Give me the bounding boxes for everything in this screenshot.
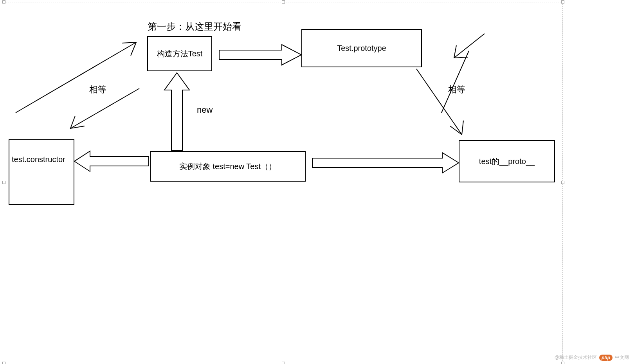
box-instance-constructor: test.constructor — [9, 139, 74, 205]
edge-label-new: new — [197, 105, 213, 115]
box-prototype-label: Test.prototype — [337, 44, 386, 53]
watermark-left: @稀土掘金技术社区 — [555, 354, 597, 361]
watermark-badge: php — [599, 355, 613, 361]
box-instance-label: 实例对象 test=new Test（） — [179, 161, 276, 172]
resize-handle[interactable] — [2, 362, 5, 364]
resize-handle[interactable] — [2, 181, 5, 184]
watermark-right: 中文网 — [615, 354, 629, 361]
edge-label-equal-left: 相等 — [89, 84, 106, 96]
resize-handle[interactable] — [282, 0, 285, 4]
box-instance: 实例对象 test=new Test（） — [150, 151, 306, 182]
resize-handle[interactable] — [561, 362, 564, 364]
resize-handle[interactable] — [561, 0, 564, 4]
box-prototype: Test.prototype — [301, 29, 422, 67]
box-constructor-fn-label: 构造方法Test — [157, 49, 203, 59]
resize-handle[interactable] — [561, 181, 564, 184]
resize-handle[interactable] — [2, 0, 5, 4]
box-instance-proto-label: test的__proto__ — [479, 156, 535, 167]
resize-handle[interactable] — [282, 362, 285, 364]
canvas-frame — [4, 2, 563, 363]
edge-label-equal-right: 相等 — [448, 84, 465, 96]
box-instance-constructor-label: test.constructor — [12, 155, 65, 164]
step-title: 第一步：从这里开始看 — [148, 20, 241, 33]
box-constructor-fn: 构造方法Test — [147, 36, 212, 71]
box-instance-proto: test的__proto__ — [459, 140, 555, 182]
watermark: @稀土掘金技术社区 php 中文网 — [555, 354, 629, 361]
